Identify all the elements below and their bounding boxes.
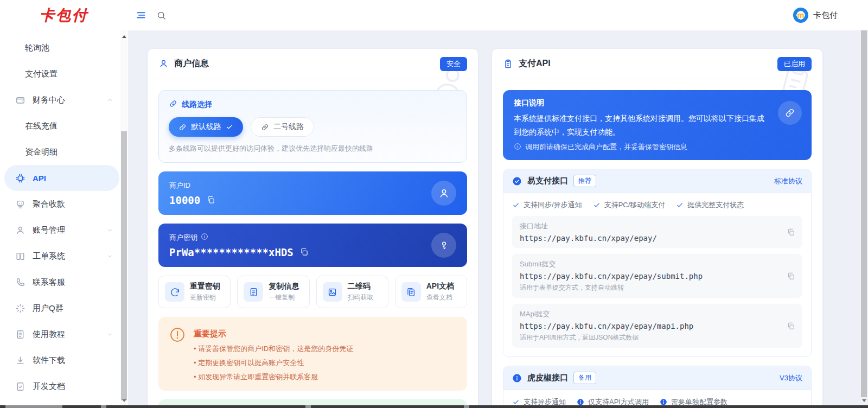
action-subtitle: 更新密钥: [190, 293, 220, 302]
check-icon: [593, 201, 601, 209]
section-badge: 备用: [573, 372, 596, 384]
check-icon: [512, 201, 520, 209]
feature-item: 提供完整支付状态: [676, 200, 744, 210]
sidebar-item-contact-support[interactable]: 联系客服: [4, 269, 119, 295]
sidebar-item-aggregate-collection[interactable]: 聚合收款: [4, 191, 119, 217]
info-circle-icon: [577, 398, 584, 406]
sidebar-item-polling-pool[interactable]: 轮询池: [4, 35, 119, 61]
security-badge: 安全: [440, 57, 467, 71]
payment-api-card: 支付API 已启用 接口说明 本系统提供标准支付接口，支持其他系统对接调用。您可…: [492, 49, 822, 408]
sidebar-scrollbar[interactable]: [120, 30, 127, 405]
line-option-label: 默认线路: [191, 122, 221, 132]
person-icon: [15, 225, 25, 235]
sidebar-item-account-management[interactable]: 账号管理: [4, 217, 119, 243]
notice-title: 重要提示: [194, 326, 353, 339]
endpoint-label: Submit提交: [520, 259, 777, 269]
sidebar-item-label: API: [33, 174, 46, 183]
sidebar-item-user-q-group[interactable]: 用户Q群: [4, 295, 119, 321]
top-header: 卡包付 m 卡包付: [0, 0, 868, 30]
endpoint-label: 接口地址: [520, 221, 777, 231]
copy-icon[interactable]: [787, 228, 795, 237]
chevron-down-icon: [106, 226, 114, 234]
line-option-line-2[interactable]: 二号线路: [251, 117, 314, 137]
line-selection-desc: 多条线路可以提供更好的访问体验，建议优先选择响应最快的线路: [169, 144, 457, 154]
sidebar-item-dev-docs[interactable]: 开发文档: [4, 373, 119, 399]
copy-info-button[interactable]: 复制信息一键复制: [237, 276, 309, 308]
link-icon: [178, 123, 187, 131]
check-circle-icon: [512, 176, 522, 186]
copy-icon[interactable]: [299, 247, 309, 257]
line-selection-title: 线路选择: [182, 100, 212, 110]
action-title: 二维码: [348, 282, 374, 291]
sidebar-item-label: 使用教程: [33, 329, 65, 340]
chip-icon: [15, 173, 25, 183]
sidebar-item-fund-details[interactable]: 资金明细: [4, 139, 119, 165]
copy-icon[interactable]: [787, 272, 795, 280]
doccheck-icon: [15, 381, 25, 392]
menu-toggle-icon[interactable]: [136, 10, 146, 21]
enabled-badge: 已启用: [777, 57, 812, 71]
doc-icon: [15, 329, 25, 340]
endpoint-submit: Submit提交https://pay.kbfu.cn/xpay/epay/su…: [512, 254, 802, 298]
important-notice: 重要提示 请妥善保管您的商户ID和密钥，这是您的身份凭证定期更换密钥可以提高账户…: [158, 317, 467, 391]
copy-icon[interactable]: [787, 322, 795, 330]
merchant-info-card: 商户信息 安全 线路选择 默认线路二号线路 多条线路可以提供更好的访问体验，建议…: [148, 49, 478, 408]
endpoint-url: https://pay.kbfu.cn/xpay/epay/submit.php: [520, 272, 777, 280]
chevron-down-icon: [106, 330, 114, 339]
sidebar-item-label: 财务中心: [33, 95, 65, 105]
wallet-icon: [15, 95, 25, 105]
action-subtitle: 查看文档: [426, 293, 454, 302]
check-icon: [512, 398, 520, 406]
feature-text: 提供完整支付状态: [687, 200, 744, 210]
person-circle-icon: [431, 181, 456, 206]
chevron-down-icon: [106, 252, 114, 260]
action-title: API文档: [426, 282, 454, 291]
line-option-default-line[interactable]: 默认线路: [169, 117, 243, 137]
collect-icon: [15, 199, 25, 209]
link-icon: [169, 99, 177, 110]
avatar[interactable]: m: [793, 8, 808, 23]
user-name: 卡包付: [813, 10, 838, 21]
sidebar: 轮询池支付设置财务中心在线充值资金明细API聚合收款账号管理工单系统联系客服用户…: [0, 30, 128, 408]
check-icon: [226, 123, 233, 131]
sidebar-scrollbar-thumb[interactable]: [121, 131, 127, 400]
scroll-up-arrow[interactable]: [120, 33, 127, 40]
endpoint-gateway: 接口地址https://pay.kbfu.cn/xpay/epay/: [512, 216, 802, 248]
sidebar-item-label: 开发文档: [33, 381, 65, 392]
merchant-secret-card: 商户密钥 PrWa************xHDS: [158, 224, 467, 267]
clipboard-icon: [503, 59, 513, 69]
qr-code-button[interactable]: 二维码扫码获取: [316, 276, 388, 308]
endpoint-url: https://pay.kbfu.cn/xpay/epay/mapi.php: [520, 322, 777, 330]
search-icon[interactable]: [156, 10, 167, 21]
sidebar-item-api[interactable]: API: [4, 165, 119, 191]
copy-icon[interactable]: [206, 195, 215, 205]
protocol-link[interactable]: V3协议: [780, 373, 802, 383]
feature-text: 支持同步/异步通知: [524, 200, 582, 210]
phone-icon: [15, 277, 25, 288]
sidebar-item-finance-center[interactable]: 财务中心: [4, 87, 119, 113]
sidebar-item-payment-settings[interactable]: 支付设置: [4, 61, 119, 87]
api-intro-title: 接口说明: [514, 98, 801, 108]
info-icon[interactable]: [201, 233, 208, 242]
scroll-down-arrow[interactable]: [860, 397, 867, 404]
protocol-link[interactable]: 标准协议: [774, 176, 802, 186]
sidebar-item-online-recharge[interactable]: 在线充值: [4, 113, 119, 139]
scroll-down-arrow[interactable]: [120, 397, 127, 404]
notice-item: 定期更换密钥可以提高账户安全性: [194, 358, 353, 368]
sidebar-item-label: 账号管理: [33, 225, 65, 235]
brand-logo: 卡包付: [40, 5, 88, 25]
check-icon: [676, 201, 684, 209]
chevron-up-icon: [106, 96, 114, 104]
notice-item: 如发现异常请立即重置密钥并联系客服: [194, 372, 353, 382]
action-subtitle: 扫码获取: [348, 293, 374, 302]
sidebar-item-software-download[interactable]: 软件下载: [4, 347, 119, 373]
action-title: 重置密钥: [190, 282, 220, 291]
feature-text: 支持PC/移动端支付: [604, 200, 666, 210]
page-scrollbar[interactable]: [860, 30, 867, 405]
user-menu[interactable]: m 卡包付: [793, 8, 838, 23]
api-docs-button[interactable]: API文档查看文档: [395, 276, 467, 308]
sidebar-item-tutorials[interactable]: 使用教程: [4, 321, 119, 347]
sidebar-item-ticket-system[interactable]: 工单系统: [4, 243, 119, 269]
page-scrollbar-thumb[interactable]: [861, 30, 867, 397]
reset-key-button[interactable]: 重置密钥更新密钥: [158, 276, 231, 308]
